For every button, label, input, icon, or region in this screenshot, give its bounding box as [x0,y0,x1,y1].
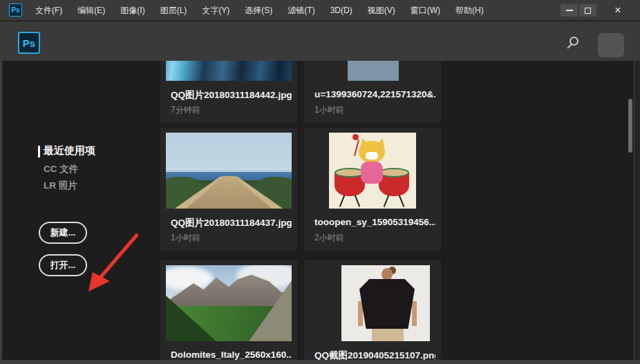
recent-file-card[interactable]: Dolomites_Italy_2560x160... [160,260,297,360]
menu-3d[interactable]: 3D(D) [323,0,360,21]
open-button[interactable]: 打开... [39,254,87,276]
menu-edit[interactable]: 编辑(E) [70,0,113,21]
file-name: Dolomites_Italy_2560x160... [171,349,292,360]
gray-block-image [348,61,399,81]
thumbnail-boardwalk [166,133,292,209]
minimize-button[interactable] [561,4,578,17]
cartoon-cat-image [329,133,416,209]
photoshop-app-icon: Ps [9,3,22,17]
recent-file-card[interactable]: QQ图片20180311184437.jpg 1小时前 [160,128,297,251]
thumbnail-gray-block [310,61,435,81]
minimize-icon [566,10,573,11]
menu-image[interactable]: 图像(I) [113,0,152,21]
titlebar: Ps 文件(F) 编辑(E) 图像(I) 图层(L) 文字(Y) 选择(S) 滤… [0,0,640,21]
file-time: 1小时前 [314,104,344,116]
thumbnail-ocean [166,61,292,81]
close-button[interactable]: × [608,2,628,19]
sidebar-item-lr-photos[interactable]: LR 照片 [44,180,77,192]
sidebar-item-cc-files[interactable]: CC 文件 [44,163,78,175]
model-arm [412,301,417,326]
model-head [382,268,393,280]
menu-filter[interactable]: 滤镜(T) [280,0,322,21]
cat-drum-leg [384,195,390,207]
thumbnail-tshirt [310,265,435,341]
window-frame-left [0,61,2,360]
cat-body [361,162,383,184]
active-item-indicator [38,146,40,157]
avatar[interactable] [598,33,624,57]
cat-mallet [352,134,359,140]
cat-drum-right [379,173,409,196]
menu-select[interactable]: 选择(S) [237,0,280,21]
recent-file-card[interactable]: QQ图片20180311184442.jpg 7分钟前 [160,61,297,123]
black-tshirt [359,279,415,329]
cat-drum-leg [399,195,405,207]
tshirt-photo [341,265,430,341]
menu-help[interactable]: 帮助(H) [448,0,491,21]
ps-logo: Ps [18,32,40,54]
new-button[interactable]: 新建... [39,222,87,244]
cat-drum-leg [339,195,346,207]
scrollbar-track[interactable] [634,61,640,360]
file-name: QQ截图20190405215107.png [314,349,435,360]
recent-file-card[interactable]: tooopen_sy_15905319456... 2小时前 [304,128,441,251]
cat-drum-leg [355,195,361,207]
menu-view[interactable]: 视图(V) [360,0,403,21]
thumbnail-cartoon-cat [310,133,435,209]
cat-drum-top [379,168,409,178]
file-name: u=1399360724,221571320&... [314,89,435,99]
window-frame-bottom [0,360,640,364]
menu-layer[interactable]: 图层(L) [153,0,195,21]
recent-file-card[interactable]: u=1399360724,221571320&... 1小时前 [304,61,441,123]
photoshop-window: Ps 文件(F) 编辑(E) 图像(I) 图层(L) 文字(Y) 选择(S) 滤… [0,0,640,364]
recent-file-card[interactable]: QQ截图20190405215107.png [304,260,441,360]
file-name: QQ图片20180311184442.jpg [171,89,292,102]
file-name: tooopen_sy_15905319456... [314,217,435,227]
home-content: 最近使用项 CC 文件 LR 照片 新建... 打开... QQ图片201803… [2,61,634,360]
sidebar-item-recent[interactable]: 最近使用项 [44,144,95,157]
ocean-image [166,61,292,81]
model-shorts [372,329,404,341]
cat-muzzle [366,152,378,160]
menu-window[interactable]: 窗口(W) [403,0,448,21]
menu-file[interactable]: 文件(F) [28,0,70,21]
file-name: QQ图片20180311184437.jpg [171,217,292,229]
menu-bar: 文件(F) 编辑(E) 图像(I) 图层(L) 文字(Y) 选择(S) 滤镜(T… [28,0,491,21]
file-time: 2小时前 [314,232,344,244]
file-time: 7分钟前 [171,104,200,116]
mountains-image [166,265,292,341]
boardwalk-image [166,133,292,209]
home-header: Ps [0,21,640,61]
maximize-button[interactable] [579,4,596,17]
maximize-icon [585,8,591,14]
menu-type[interactable]: 文字(Y) [194,0,237,21]
scrollbar-thumb[interactable] [628,99,632,153]
thumbnail-mountains [166,265,292,341]
file-time: 1小时前 [171,232,200,244]
search-handle [567,44,572,48]
search-icon[interactable] [566,37,581,52]
